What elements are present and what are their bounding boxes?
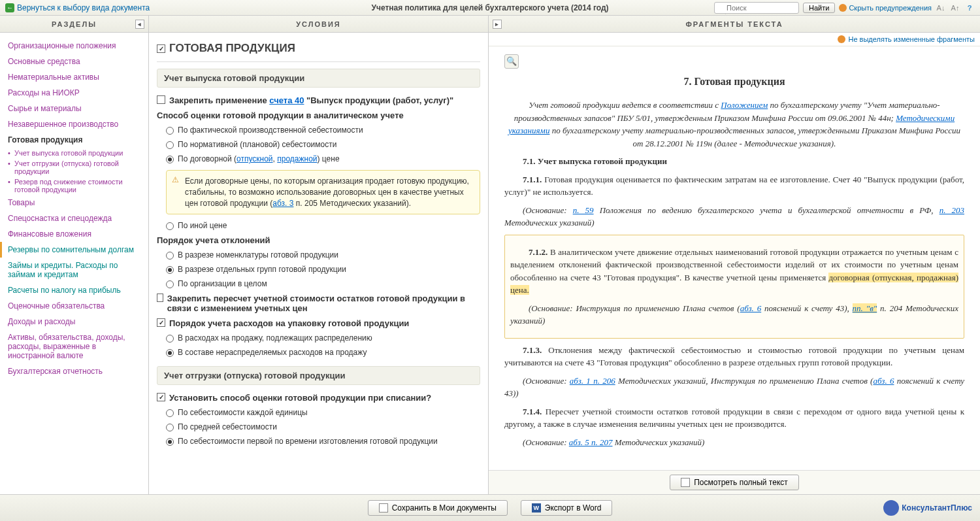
p-7-1-2: 7.1.2. В аналитическом учете движение от… <box>510 246 958 297</box>
checkbox[interactable] <box>157 95 165 104</box>
logo-icon <box>883 500 899 516</box>
fragments-toolbar: Не выделять измененные фрагменты <box>489 33 980 46</box>
fragments-body[interactable]: 🔍 7. Готовая продукция Учет готовой прод… <box>489 46 980 470</box>
view-full-wrap: Посмотреть полный текст <box>489 470 980 494</box>
deviation-label: Порядок учета отклонений <box>157 233 480 248</box>
eval-opt-1[interactable]: По фактической производственной себестои… <box>157 123 480 137</box>
hide-warnings-link[interactable]: Скрыть предупреждения <box>839 4 932 12</box>
conditions-body[interactable]: ГОТОВАЯ ПРОДУКЦИЯ Учет выпуска готовой п… <box>149 33 488 494</box>
eval-opt-2[interactable]: По нормативной (плановой) себестоимости <box>157 137 480 152</box>
warning-icon <box>839 4 847 12</box>
basis-713: (Основание: абз. 1 п. 206 Методических у… <box>504 375 964 400</box>
nav-item[interactable]: Нематериальные активы <box>8 69 140 85</box>
nav-item[interactable]: Доходы и расходы <box>8 314 140 329</box>
p-7-1-1: 7.1.1. Готовая продукция оценивается по … <box>504 173 964 199</box>
eval-opt-3[interactable]: По договорной (отпускной, продажной) цен… <box>157 152 480 166</box>
basis-712: (Основание: Инструкция по применению Пла… <box>510 302 958 328</box>
collapse-left-icon[interactable]: ◂ <box>135 20 144 29</box>
radio[interactable] <box>166 156 174 163</box>
radio[interactable] <box>166 141 174 149</box>
font-larger-icon[interactable]: A↑ <box>950 3 960 13</box>
sections-column: РАЗДЕЛЫ ◂ Организационные положенияОснов… <box>0 16 149 494</box>
ship-question[interactable]: Установить способ оценки готовой продукц… <box>157 390 480 405</box>
nav-item[interactable]: Займы и кредиты. Расходы по займам и кре… <box>8 258 140 282</box>
intro-para: Учет готовой продукции ведется в соответ… <box>504 99 964 150</box>
ship-opt-2[interactable]: По средней себестоимости <box>157 420 480 434</box>
radio[interactable] <box>166 222 174 230</box>
help-icon[interactable]: ? <box>964 3 975 13</box>
eval-opt-4[interactable]: По иной цене <box>157 218 480 233</box>
dev-opt-1[interactable]: В разрезе номенклатуры готовой продукции <box>157 248 480 262</box>
fragments-header: ▸ ФРАГМЕНТЫ ТЕКСТА <box>489 16 980 33</box>
conditions-column: УСЛОВИЯ ГОТОВАЯ ПРОДУКЦИЯ Учет выпуска г… <box>149 16 489 494</box>
warn-link[interactable]: абз. 3 <box>272 199 293 208</box>
conditions-header: УСЛОВИЯ <box>149 16 488 33</box>
main-area: РАЗДЕЛЫ ◂ Организационные положенияОснов… <box>0 16 980 494</box>
ship-opt-3[interactable]: По себестоимости первой по времени изгот… <box>157 434 480 448</box>
section-checkbox[interactable] <box>157 44 165 53</box>
recalc-option[interactable]: Закрепить пересчет учетной стоимости ост… <box>157 291 480 316</box>
search-input[interactable] <box>714 2 799 14</box>
nav-item[interactable]: Спецоснастка и спецодежда <box>8 210 140 226</box>
arrow-left-icon: ← <box>5 3 14 12</box>
nav-item[interactable]: Бухгалтерская отчетность <box>8 363 140 379</box>
fix-account40-option[interactable]: Закрепить применение счета 40 "Выпуск пр… <box>157 93 480 108</box>
save-icon <box>379 503 388 513</box>
toolbar-right: Найти Скрыть предупреждения A↓ A↑ ? <box>714 2 975 14</box>
top-bar: ← Вернуться к выбору вида документа Учет… <box>0 0 980 16</box>
nav-item[interactable]: Сырье и материалы <box>8 101 140 116</box>
sections-list[interactable]: Организационные положенияОсновные средст… <box>0 33 148 494</box>
subsection-output: Учет выпуска готовой продукции <box>157 69 480 88</box>
find-button[interactable]: Найти <box>803 3 835 13</box>
back-label: Вернуться к выбору вида документа <box>17 3 150 12</box>
nav-item[interactable]: Товары <box>8 195 140 210</box>
zoom-icon[interactable]: 🔍 <box>504 54 519 69</box>
nav-item[interactable]: Оценочные обязательства <box>8 298 140 314</box>
nav-item[interactable]: Учет выпуска готовой продукции <box>8 148 140 158</box>
p-7-1: 7.1. Учет выпуска готовой продукции <box>504 155 964 168</box>
nav-item[interactable]: Финансовые вложения <box>8 226 140 242</box>
eval-method-label: Способ оценки готовой продукции в аналит… <box>157 108 480 123</box>
nav-item[interactable]: Резервы по сомнительным долгам <box>0 242 140 258</box>
highlighted-block: 7.1.2. В аналитическом учете движение от… <box>504 235 964 339</box>
collapse-right-icon[interactable]: ▸ <box>493 20 502 29</box>
pack-opt-1[interactable]: В расходах на продажу, подлежащих распре… <box>157 331 480 345</box>
subsection-shipping: Учет отгрузки (отпуска) готовой продукци… <box>157 366 480 385</box>
nav-item[interactable]: Готовая продукция <box>8 132 140 148</box>
font-smaller-icon[interactable]: A↓ <box>936 3 946 13</box>
nav-item[interactable]: Незавершенное производство <box>8 116 140 132</box>
pack-option[interactable]: Порядок учета расходов на упаковку готов… <box>157 316 480 331</box>
p-7-1-3: 7.1.3. Отклонения между фактической себе… <box>504 344 964 369</box>
nav-item[interactable]: Резерв под снижение стоимости готовой пр… <box>8 176 140 195</box>
word-icon: W <box>532 503 541 513</box>
nav-item[interactable]: Активы, обязательства, доходы, расходы, … <box>8 329 140 363</box>
nav-item[interactable]: Расходы на НИОКР <box>8 85 140 101</box>
highlight-icon <box>838 35 845 43</box>
brand-logo: КонсультантПлюс <box>883 500 972 516</box>
nav-item[interactable]: Организационные положения <box>8 38 140 54</box>
fragment-title: 7. Готовая продукция <box>504 74 964 90</box>
view-full-button[interactable]: Посмотреть полный текст <box>670 475 799 490</box>
nav-item[interactable]: Расчеты по налогу на прибыль <box>8 282 140 298</box>
account40-link[interactable]: счета 40 <box>269 95 304 105</box>
sections-header: РАЗДЕЛЫ ◂ <box>0 16 148 33</box>
toggle-highlight-link[interactable]: Не выделять измененные фрагменты <box>838 35 975 43</box>
basis-711: (Основание: п. 59 Положения по ведению б… <box>504 204 964 229</box>
ship-opt-1[interactable]: По себестоимости каждой единицы <box>157 405 480 420</box>
dev-opt-3[interactable]: По организации в целом <box>157 277 480 291</box>
back-button[interactable]: ← Вернуться к выбору вида документа <box>5 3 150 12</box>
nav-item[interactable]: Основные средства <box>8 54 140 69</box>
warning-note: Если договорные цены, по которым организ… <box>166 170 480 214</box>
dev-opt-2[interactable]: В разрезе отдельных групп готовой продук… <box>157 262 480 277</box>
document-title: Учетная политика для целей бухгалтерског… <box>371 3 608 12</box>
export-word-button[interactable]: W Экспорт в Word <box>521 500 613 516</box>
section-title: ГОТОВАЯ ПРОДУКЦИЯ <box>157 38 480 62</box>
footer-bar: Сохранить в Мои документы W Экспорт в Wo… <box>0 494 980 521</box>
p-7-1-4: 7.1.4. Пересчет учетной стоимости остатк… <box>504 405 964 431</box>
save-button[interactable]: Сохранить в Мои документы <box>368 500 508 516</box>
document-icon <box>681 478 690 487</box>
radio[interactable] <box>166 127 174 135</box>
pack-opt-2[interactable]: В составе нераспределяемых расходов на п… <box>157 345 480 360</box>
fragments-column: ▸ ФРАГМЕНТЫ ТЕКСТА Не выделять измененны… <box>489 16 980 494</box>
nav-item[interactable]: Учет отгрузки (отпуска) готовой продукци… <box>8 158 140 176</box>
